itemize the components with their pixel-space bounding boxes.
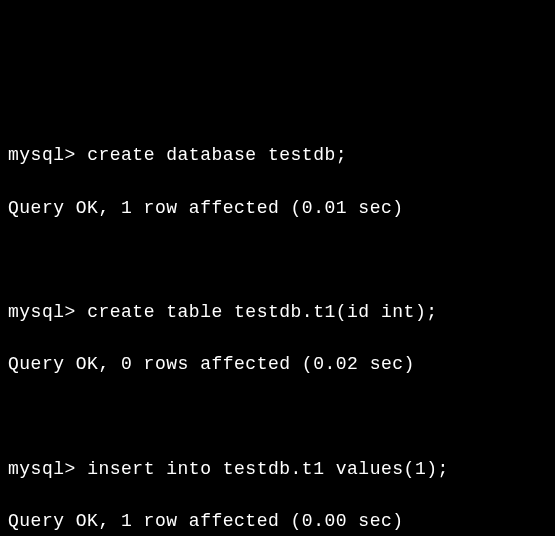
prompt: mysql> <box>8 302 87 322</box>
block-1: mysql> create database testdb; <box>8 142 547 168</box>
block-3: mysql> insert into testdb.t1 values(1); <box>8 456 547 482</box>
result: Query OK, 1 row affected (0.01 sec) <box>8 195 547 221</box>
prompt: mysql> <box>8 459 87 479</box>
blank-line <box>8 403 547 429</box>
blank-line <box>8 247 547 273</box>
command: create database testdb; <box>87 145 347 165</box>
result: Query OK, 1 row affected (0.00 sec) <box>8 508 547 534</box>
command: create table testdb.t1(id int); <box>87 302 437 322</box>
block-2: mysql> create table testdb.t1(id int); <box>8 299 547 325</box>
result: Query OK, 0 rows affected (0.02 sec) <box>8 351 547 377</box>
command: insert into testdb.t1 values(1); <box>87 459 449 479</box>
prompt: mysql> <box>8 145 87 165</box>
mysql-terminal[interactable]: mysql> create database testdb; Query OK,… <box>8 116 547 536</box>
